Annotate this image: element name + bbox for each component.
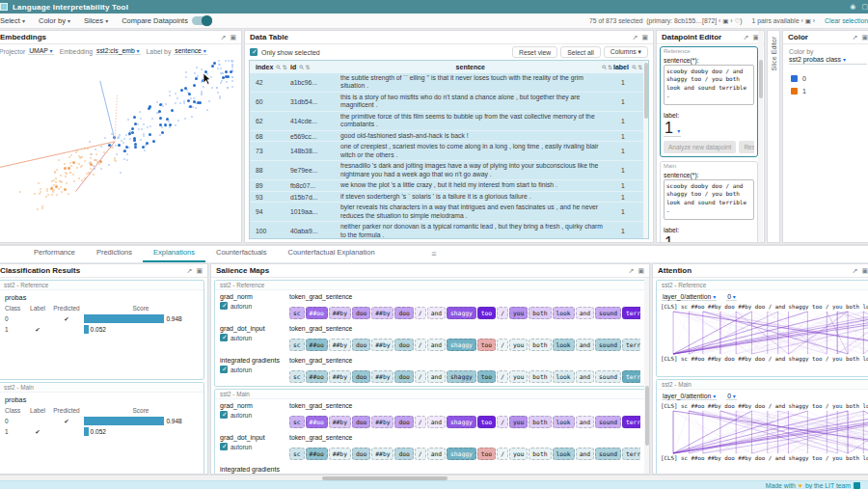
autorun-checkbox[interactable] [220, 443, 228, 450]
head-select[interactable]: 0 ▾ [726, 293, 737, 301]
table-row[interactable]: 941019aa...byler reveals his characters … [250, 203, 648, 222]
salience-token-chip[interactable]: and [427, 448, 446, 460]
salience-token-chip[interactable]: too [477, 416, 496, 428]
salience-token-chip[interactable]: and [576, 307, 594, 319]
table-row[interactable]: 93d15b7d...if steven soderbergh 's ` sol… [250, 192, 648, 203]
salience-token-chip[interactable]: shaggy [447, 448, 476, 460]
salience-token-chip[interactable]: both [529, 339, 551, 351]
only-show-selected-checkbox[interactable] [250, 48, 258, 56]
slice-editor-collapsed[interactable]: Slice Editor [767, 30, 780, 243]
next-datapoint-button[interactable]: › [730, 17, 732, 24]
search-icon[interactable]: ⚲ [274, 63, 282, 70]
splitter-drag-handle[interactable]: ≡ [431, 249, 436, 258]
salience-token-chip[interactable]: doo [394, 339, 413, 351]
tab-counterfactual-explanation[interactable]: Counterfactual Explanation [278, 245, 386, 262]
salience-token-chip[interactable]: ##by [329, 416, 351, 428]
salience-token-chip[interactable]: doo [352, 448, 370, 460]
salience-token-chip[interactable]: both [529, 307, 551, 319]
salience-token-chip[interactable]: and [427, 307, 446, 319]
tab-performance[interactable]: Performance [23, 245, 86, 262]
columns-button[interactable]: Columns ▾ [604, 46, 648, 58]
link-icon[interactable]: ◉ [850, 3, 855, 11]
table-row[interactable]: 42a1bc96...the subtle strength of `` ell… [250, 73, 648, 93]
salience-token-chip[interactable]: you [509, 370, 528, 383]
salience-token-chip[interactable]: doo [394, 448, 413, 460]
table-row[interactable]: 6031db54...this is a story of two misfit… [250, 93, 648, 112]
popout-icon[interactable]: ↗ [221, 34, 227, 41]
pair-target-icon[interactable]: ▣ [805, 17, 811, 24]
salience-token-chip[interactable]: ##oo [306, 370, 328, 383]
salience-token-chip[interactable]: ##by [371, 448, 393, 460]
salience-token-chip[interactable]: ##by [371, 416, 393, 428]
salience-token-chip[interactable]: and [427, 370, 446, 383]
prev-datapoint-button[interactable]: ‹ [719, 17, 720, 24]
salience-token-chip[interactable]: look [553, 307, 575, 319]
salience-token-chip[interactable]: terrible [622, 339, 640, 351]
slices-menu[interactable]: Slices ▾ [84, 16, 108, 25]
salience-token-chip[interactable]: terrible [622, 370, 640, 383]
salience-token-chip[interactable]: sc [289, 416, 305, 428]
salience-token-chip[interactable]: ##oo [306, 307, 328, 319]
salience-token-chip[interactable]: ##by [371, 370, 393, 383]
salience-token-chip[interactable]: and [576, 339, 594, 351]
tab-predictions[interactable]: Predictions [86, 245, 143, 262]
tab-explanations[interactable]: Explanations [143, 245, 205, 262]
select-all-button[interactable]: Select all [560, 46, 601, 58]
salience-token-chip[interactable]: ##by [371, 339, 393, 351]
salience-token-chip[interactable]: too [477, 448, 496, 460]
salience-token-chip[interactable]: and [576, 370, 594, 383]
salience-token-chip[interactable]: sound [595, 416, 621, 428]
salience-token-chip[interactable]: you [509, 307, 528, 319]
salience-token-chip[interactable]: sc [289, 339, 305, 351]
grid-icon[interactable]: ▢ [861, 3, 868, 11]
salience-token-chip[interactable]: you [509, 416, 528, 428]
salience-token-chip[interactable]: doo [394, 370, 413, 383]
compare-datapoints-toggle[interactable] [192, 16, 211, 25]
salience-token-chip[interactable]: ##by [329, 307, 351, 319]
reset-view-button[interactable]: Reset view [512, 46, 557, 58]
maximize-icon[interactable]: ▣ [637, 267, 644, 275]
sort-icon[interactable]: ⇅ [306, 64, 311, 70]
maximize-icon[interactable]: ▣ [861, 34, 868, 41]
table-row[interactable]: 68e569cc...good old-fashioned slash-and-… [250, 131, 648, 142]
popout-icon[interactable]: ↗ [187, 267, 193, 275]
salience-token-chip[interactable]: too [477, 370, 496, 383]
table-header[interactable]: index ⚲⇅ id ⚲⇅ sentence⚲⇅ label ⚲⇅ [250, 61, 648, 73]
salience-token-chip[interactable]: shaggy [447, 339, 476, 351]
salience-token-chip[interactable]: terrible [622, 416, 640, 428]
salience-token-chip[interactable]: sound [595, 307, 621, 319]
reference-label-select[interactable]: 1 ▾ [664, 120, 681, 137]
salience-token-chip[interactable]: doo [394, 416, 413, 428]
maximize-icon[interactable]: ▣ [196, 267, 203, 275]
target-icon[interactable]: ▣ [722, 17, 728, 24]
autorun-checkbox[interactable] [220, 334, 228, 341]
reset-button[interactable]: Reset [739, 141, 754, 153]
clear-selection-button[interactable]: Clear selection [825, 17, 868, 24]
search-icon[interactable]: ⚲ [600, 63, 608, 70]
maximize-icon[interactable]: ▣ [641, 34, 648, 41]
salience-token-chip[interactable]: doo [352, 370, 370, 383]
color-by-select[interactable]: sst2 probas class ▾ [789, 56, 867, 65]
salience-token-chip[interactable]: / [415, 448, 426, 460]
analyze-new-datapoint-button[interactable]: Analyze new datapoint [664, 141, 736, 153]
popout-icon[interactable]: ↗ [629, 267, 635, 275]
bottom-horizontal-scrollbar[interactable] [0, 475, 868, 480]
salience-token-chip[interactable]: / [415, 370, 426, 383]
salience-token-chip[interactable]: terrible [622, 448, 640, 460]
maximize-icon[interactable]: ▣ [230, 34, 236, 41]
salience-scrollbar[interactable] [644, 278, 649, 475]
salience-token-chip[interactable]: terrible [622, 307, 640, 319]
salience-token-chip[interactable]: look [553, 448, 575, 460]
head-select[interactable]: 0 ▾ [726, 393, 737, 400]
salience-token-chip[interactable]: doo [352, 339, 370, 351]
sort-icon[interactable]: ⇅ [283, 64, 287, 70]
table-row[interactable]: 73148b38...one of creepiest , scariest m… [250, 142, 648, 161]
salience-token-chip[interactable]: look [553, 416, 575, 428]
search-icon[interactable]: ⚲ [297, 63, 305, 70]
salience-token-chip[interactable]: sc [289, 370, 305, 383]
salience-token-chip[interactable]: and [576, 448, 594, 460]
popout-icon[interactable]: ↗ [744, 34, 749, 41]
label-by-select[interactable]: sentence ▾ [174, 47, 207, 55]
sort-icon[interactable]: ⇅ [637, 64, 642, 70]
tab-counterfactuals[interactable]: Counterfactuals [205, 245, 278, 262]
